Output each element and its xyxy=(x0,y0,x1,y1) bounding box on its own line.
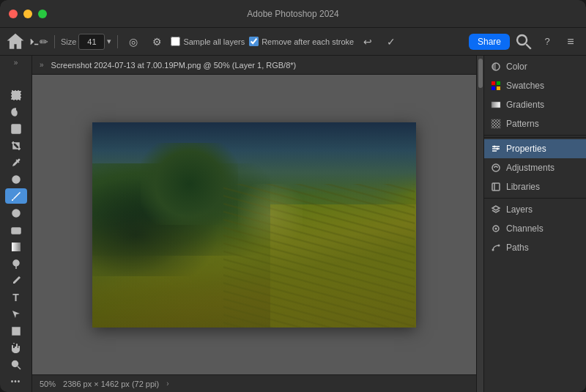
tool-heal[interactable] xyxy=(5,171,27,187)
minimize-button[interactable] xyxy=(23,10,32,18)
panel-item-layers[interactable]: Layers xyxy=(484,200,586,219)
sample-all-layers-label[interactable]: Sample all layers xyxy=(171,37,245,46)
vineyard-lines xyxy=(222,184,416,328)
panel-item-color[interactable]: Color xyxy=(484,57,586,76)
undo-button[interactable]: ↩ xyxy=(358,32,377,51)
panel-item-libraries[interactable]: Libraries xyxy=(484,177,586,196)
svg-point-29 xyxy=(494,146,496,148)
panel-item-patterns[interactable]: Patterns xyxy=(484,114,586,133)
panel-divider-1 xyxy=(484,137,586,138)
canvas-area: » Screenshot 2024-07-13 at 7.00.19PM.png… xyxy=(32,56,476,392)
tool-eyedropper[interactable] xyxy=(5,155,27,170)
tool-object-selection[interactable] xyxy=(5,121,27,136)
tool-more[interactable]: ••• xyxy=(5,374,27,389)
layers-icon xyxy=(490,204,502,215)
swatches-icon xyxy=(490,80,502,92)
sky-layer xyxy=(92,122,416,194)
forest-layer xyxy=(92,163,270,256)
svg-point-1 xyxy=(517,35,527,45)
hills-layer xyxy=(92,215,416,328)
canvas-tab: » Screenshot 2024-07-13 at 7.00.19PM.png… xyxy=(32,56,476,75)
libraries-icon xyxy=(490,181,502,193)
home-button[interactable] xyxy=(6,32,25,51)
menu-button[interactable]: ≡ xyxy=(561,32,580,51)
tools-expand[interactable]: » xyxy=(10,59,22,66)
help-button[interactable]: ? xyxy=(538,32,557,51)
sample-all-layers-checkbox[interactable] xyxy=(171,37,180,46)
properties-icon xyxy=(490,143,502,155)
settings-button[interactable]: ⚙ xyxy=(147,32,166,51)
adjustments-icon xyxy=(490,162,502,174)
svg-point-37 xyxy=(498,245,500,247)
tool-path-selection[interactable] xyxy=(5,306,27,322)
tool-rectangular-marquee[interactable] xyxy=(5,87,27,103)
zoom-level: 50% xyxy=(40,380,56,388)
channels-label: Channels xyxy=(506,223,544,234)
tool-crop[interactable] xyxy=(5,138,27,153)
remove-after-stroke-label[interactable]: Remove after each stroke xyxy=(249,37,354,46)
app-title: Adobe Photoshop 2024 xyxy=(247,9,338,19)
gradients-icon xyxy=(490,99,502,111)
canvas-status-bar: 50% 2386 px × 1462 px (72 ppi) › xyxy=(32,374,476,392)
confirm-button[interactable]: ✓ xyxy=(382,32,401,51)
tool-shape[interactable] xyxy=(5,323,27,339)
canvas-image xyxy=(92,122,416,328)
canvas-content[interactable] xyxy=(32,75,476,374)
status-arrow[interactable]: › xyxy=(166,380,168,388)
panel-item-gradients[interactable]: Gradients xyxy=(484,95,586,114)
tool-lasso[interactable] xyxy=(5,104,27,119)
toolbar-sep-1 xyxy=(54,35,55,48)
vertical-scrollbar[interactable] xyxy=(476,56,483,392)
title-bar: Adobe Photoshop 2024 xyxy=(0,0,586,28)
panel-divider-2 xyxy=(484,198,586,199)
tool-move[interactable] xyxy=(5,70,27,86)
tool-dodge[interactable] xyxy=(5,256,27,271)
svg-rect-7 xyxy=(12,228,21,234)
toolbar-right-group: Share ? ≡ xyxy=(469,32,580,51)
tool-hand[interactable] xyxy=(5,340,27,355)
search-button[interactable] xyxy=(514,32,533,51)
tools-panel: » xyxy=(0,56,32,392)
close-button[interactable] xyxy=(9,10,18,18)
svg-point-6 xyxy=(12,210,20,217)
right-panel-top: Color Swatches Gradients P xyxy=(484,56,586,136)
svg-line-2 xyxy=(526,44,531,49)
toolbar-sep-2 xyxy=(117,35,118,48)
paths-label: Paths xyxy=(506,243,529,253)
tool-gradient[interactable] xyxy=(5,239,27,254)
panel-item-paths[interactable]: Paths xyxy=(484,238,586,257)
size-input[interactable] xyxy=(78,34,105,50)
patterns-label: Patterns xyxy=(506,119,539,129)
canvas-tab-expand[interactable]: » xyxy=(40,61,44,69)
share-button[interactable]: Share xyxy=(469,34,510,50)
svg-rect-16 xyxy=(492,81,495,85)
tool-brush[interactable] xyxy=(5,188,27,204)
tool-options-button[interactable]: ✏ xyxy=(29,32,48,51)
tool-clone-stamp[interactable] xyxy=(5,205,27,221)
panel-item-channels[interactable]: Channels xyxy=(484,219,586,238)
swatches-label: Swatches xyxy=(506,81,544,91)
svg-rect-24 xyxy=(492,119,500,128)
remove-after-stroke-checkbox[interactable] xyxy=(249,37,259,46)
traffic-lights xyxy=(9,10,47,18)
svg-point-9 xyxy=(13,260,19,266)
tool-pen[interactable] xyxy=(5,273,27,288)
panel-item-swatches[interactable]: Swatches xyxy=(484,76,586,95)
canvas-dimensions: 2386 px × 1462 px (72 ppi) xyxy=(63,380,159,388)
paths-icon xyxy=(490,242,502,254)
panel-item-adjustments[interactable]: Adjustments xyxy=(484,158,586,177)
patterns-icon xyxy=(490,118,502,130)
color-label: Color xyxy=(506,62,527,72)
fullscreen-button[interactable] xyxy=(38,10,47,18)
panel-item-properties[interactable]: Properties xyxy=(484,139,586,158)
scroll-thumb[interactable] xyxy=(478,59,483,88)
tool-zoom[interactable] xyxy=(5,357,27,372)
tree-shadow xyxy=(92,174,238,276)
size-dropdown-arrow[interactable]: ▾ xyxy=(107,37,111,46)
target-icon-button[interactable]: ◎ xyxy=(124,32,143,51)
tool-eraser[interactable] xyxy=(5,222,27,237)
tool-type[interactable]: T xyxy=(5,289,27,305)
right-panel: Color Swatches Gradients P xyxy=(483,56,586,392)
svg-point-35 xyxy=(495,228,497,230)
svg-rect-18 xyxy=(492,86,495,90)
